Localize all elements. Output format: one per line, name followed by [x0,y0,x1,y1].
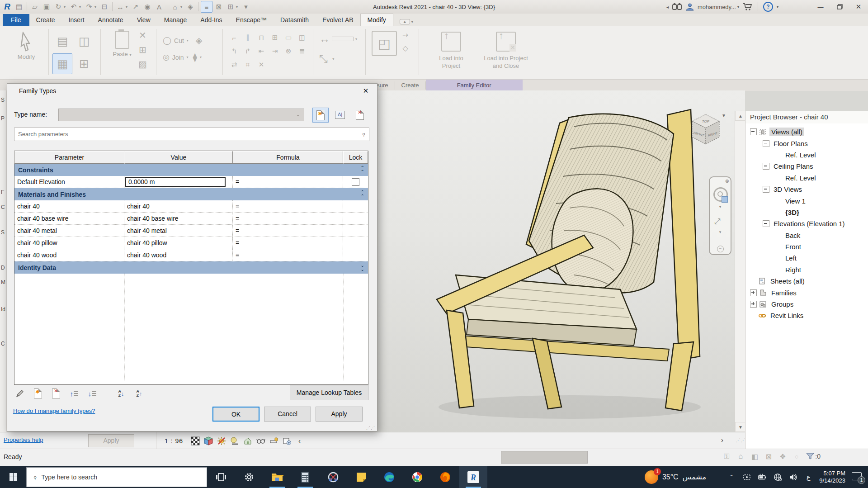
scroll-up-icon[interactable]: ▲ [735,111,746,121]
collapse-icon[interactable] [763,163,769,170]
help-icon[interactable]: ? [763,2,773,12]
tree-item-revit-links[interactable]: Revit Links [745,310,868,321]
open-icon[interactable]: ▱ [29,1,40,12]
start-button[interactable] [0,466,26,488]
tab-create[interactable]: Create [29,14,62,26]
parameter-value-cell[interactable]: chair 40 [124,200,233,212]
hscroll-right-icon[interactable]: › [721,436,723,444]
parameter-formula-cell[interactable]: = [233,249,343,261]
tree-item-ceiling-plans[interactable]: Ceiling Plans [745,161,868,172]
collapse-icon[interactable] [763,220,769,227]
minimize-button[interactable]: — [813,1,828,13]
tree-item--3d-[interactable]: {3D} [745,207,868,218]
parameter-value-cell[interactable]: chair 40 pillow [124,237,233,249]
sticky-notes-icon[interactable] [347,466,375,488]
parameter-name-cell[interactable]: chair 40 [14,200,124,212]
tree-item-front[interactable]: Front [745,241,868,252]
tree-item-left[interactable]: Left [745,252,868,264]
tab-manage[interactable]: Manage [157,14,194,26]
undo-caret-icon[interactable]: ▾ [79,5,83,9]
properties-help-link[interactable]: Properties help [4,436,43,443]
sun-path-icon[interactable] [217,436,226,445]
section-header-identity-data[interactable]: Identity Data⌄⌄ [14,261,368,274]
selection-filter[interactable]: :0 [806,453,821,460]
worksets-icon[interactable]: ⚿ [722,452,731,461]
print-icon[interactable]: ⊟ [99,1,110,12]
tree-item-ref-level[interactable]: Ref. Level [745,172,868,184]
collapse-icon[interactable] [763,186,769,193]
tree-item-views-all-[interactable]: Views (all) [745,126,868,137]
parameter-name-cell[interactable]: chair 40 wood [14,249,124,261]
move-up-icon[interactable]: ↑ [68,388,80,399]
navigation-bar[interactable]: ⊗ ▾ ⤢ ▾ − [709,176,731,255]
redo-caret-icon[interactable]: ▾ [94,5,98,9]
reveal-constraints-icon[interactable] [283,436,292,445]
tree-item-floor-plans[interactable]: Floor Plans [745,137,868,149]
tree-item-families[interactable]: Families [745,287,868,298]
navbar-close-icon[interactable]: ⊗ [725,178,729,184]
modify-tool-6-icon[interactable]: ↰ [228,45,240,57]
tree-item-groups[interactable]: Groups [745,298,868,310]
modify-tool-9-icon[interactable]: ⇥ [269,45,281,57]
section-header-constraints[interactable]: Constraints⌃⌃ [14,164,368,176]
close-button[interactable]: ✕ [851,1,866,13]
transfer-standards-icon[interactable]: ⇢ [402,31,408,39]
ok-button[interactable]: OK [212,407,259,422]
revit-logo-icon[interactable]: R [2,1,13,12]
firefox-icon[interactable] [431,466,459,488]
thin-lines-icon[interactable]: ≡ [201,1,212,13]
solid-icon[interactable]: ◈ [196,35,203,46]
modify-tool-8-icon[interactable]: ⇤ [255,45,267,57]
save-icon[interactable]: ▣ [41,1,52,12]
chrome-icon[interactable] [403,466,431,488]
ribbon-collapse-toggle[interactable]: ▲▾ [400,19,413,24]
modify-tool-13-icon[interactable]: ⌗ [242,59,254,71]
value-input[interactable]: 0.0000 m [125,177,226,187]
panel-collapse-chevron-icon[interactable]: ▼ [722,113,726,118]
attach-icon[interactable]: ⧫ [193,52,197,62]
search-help-icon[interactable] [672,3,682,11]
join-geometry-label[interactable]: Join [172,54,184,61]
tab-modify[interactable]: Modify [360,14,393,26]
project-browser-title[interactable]: Project Browser - chair 40 [745,111,868,123]
new-type-button[interactable]: ✱ [312,108,329,123]
copy-to-clipboard-icon[interactable]: ⊞ [138,44,147,55]
lock-checkbox[interactable] [352,178,359,186]
tab-annotate[interactable]: Annotate [91,14,130,26]
family-parameters-icon[interactable]: ⊞ [74,53,94,74]
family-category-icon[interactable]: ▤ [52,31,72,52]
create-group-icon[interactable]: ◰ [372,31,397,56]
text-icon[interactable]: A [154,1,165,12]
wheel-options-caret-icon[interactable]: ▾ [710,204,731,209]
match-properties-icon[interactable]: ▨ [138,59,147,70]
section-icon[interactable]: ◈ [185,1,196,12]
restore-button[interactable] [832,1,847,13]
modify-tool-5-icon[interactable]: ◫ [296,32,308,43]
rename-type-button[interactable]: A| [332,108,348,122]
parameter-value-cell[interactable]: chair 40 base wire [124,213,233,224]
redo-icon[interactable]: ↷ [84,1,94,12]
delete-parameter-icon[interactable]: ✕ [50,388,62,399]
editable-only-icon[interactable]: ⌂ [736,452,745,461]
load-into-project-and-close-button[interactable]: Load into Project and Close [479,30,533,70]
apply-button[interactable]: Apply [316,407,363,422]
language-indicator[interactable]: ع [804,473,813,482]
parameter-value-cell[interactable]: 0.0000 m [124,176,233,188]
tab-enscape-[interactable]: Enscape™ [229,14,274,26]
view-scale-button[interactable]: 1 : 96 [165,437,183,445]
screen-snip-icon[interactable] [742,473,751,482]
new-parameter-icon[interactable]: ✱ [32,388,44,399]
clock[interactable]: 5:07 PM 9/14/2023 [819,470,845,484]
column-header-formula[interactable]: Formula [233,151,343,164]
tag-by-category-icon[interactable]: ◉ [142,1,153,12]
vertical-scrollbar[interactable]: ▲ ▼ [735,111,745,432]
tab-file[interactable]: File [3,14,29,26]
modify-tool-4-icon[interactable]: ▭ [283,32,294,43]
parameter-name-cell[interactable]: chair 40 pillow [14,237,124,249]
aligned-dimension-ribbon-icon[interactable]: ⤡ [319,52,328,65]
shadows-icon[interactable] [230,436,239,445]
help-caret-icon[interactable]: ▾ [777,5,778,9]
sync-with-central-icon[interactable]: ↻ [53,1,64,12]
weather-widget[interactable]: 1 35°C مشمس [645,470,706,484]
tab-insert[interactable]: Insert [62,14,91,26]
